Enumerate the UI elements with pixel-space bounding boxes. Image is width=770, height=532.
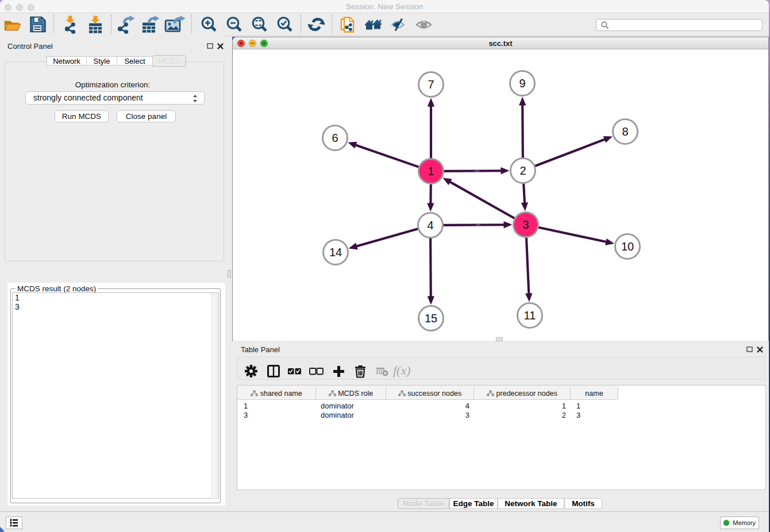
svg-text:8: 8 [622,125,628,138]
svg-text:2: 2 [519,164,526,177]
svg-text:3: 3 [522,218,529,231]
svg-text:7: 7 [428,78,434,91]
svg-text:1: 1 [428,165,434,178]
svg-text:11: 11 [524,309,536,322]
svg-text:4: 4 [427,219,433,232]
svg-text:15: 15 [425,312,437,325]
svg-text:10: 10 [621,240,634,253]
svg-text:6: 6 [332,132,338,144]
svg-text:14: 14 [329,246,342,259]
svg-text:9: 9 [519,77,525,90]
